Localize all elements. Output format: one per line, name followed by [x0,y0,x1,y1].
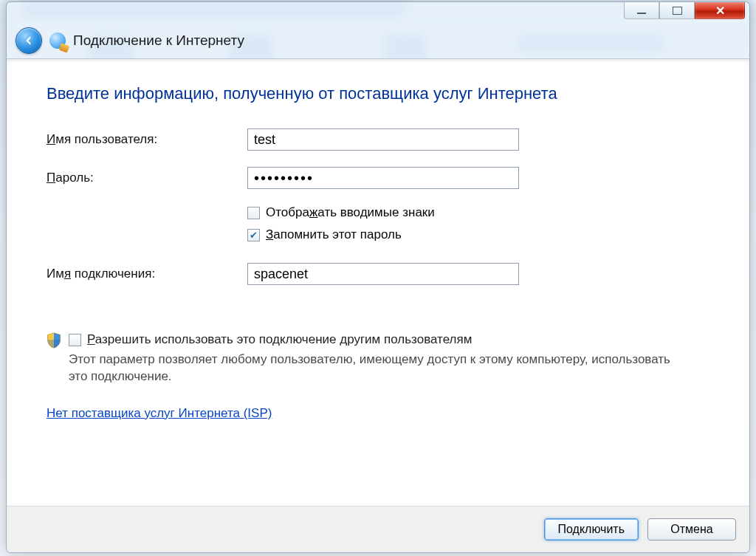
remember-password-checkbox[interactable] [247,229,260,241]
remember-password-label: Запомнить этот пароль [266,227,402,242]
cancel-button[interactable]: Отмена [647,518,736,540]
connection-name-row: Имя подключения: [47,263,709,285]
allow-other-users-checkbox[interactable] [69,334,81,346]
connection-name-input[interactable] [247,263,519,285]
show-characters-label: Отображать вводимые знаки [266,205,435,220]
username-input[interactable] [247,128,519,151]
wizard-window: ✕ Подключение к Интернету Введите информ… [6,1,750,553]
back-button[interactable] [16,27,42,54]
password-input[interactable] [247,167,519,189]
internet-connection-icon [49,32,66,49]
share-connection-block: Разрешить использовать это подключение д… [47,332,709,385]
password-label: Пароль: [47,171,247,185]
remember-password-row: Запомнить этот пароль [247,227,709,242]
allow-other-users-label: Разрешить использовать это подключение д… [87,332,472,347]
wizard-body: Введите информацию, полученную от постав… [7,58,749,506]
close-button[interactable]: ✕ [695,2,745,19]
wizard-title: Подключение к Интернету [73,32,244,49]
no-isp-link[interactable]: Нет поставщика услуг Интернета (ISP) [47,406,272,421]
username-row: Имя пользователя: [47,128,709,151]
wizard-header: Подключение к Интернету [7,23,749,58]
allow-other-users-description: Этот параметр позволяет любому пользоват… [69,351,674,385]
minimize-button[interactable] [624,2,659,19]
wizard-footer: Подключить Отмена [7,506,749,552]
show-characters-checkbox[interactable] [247,207,260,219]
show-characters-row: Отображать вводимые знаки [247,205,709,220]
back-arrow-icon [22,34,35,47]
page-heading: Введите информацию, полученную от постав… [47,84,709,103]
maximize-button[interactable] [659,2,695,19]
username-label: Имя пользователя: [47,132,247,147]
window-caption: ✕ [7,2,749,23]
connect-button[interactable]: Подключить [544,518,639,540]
uac-shield-icon [47,332,61,349]
password-row: Пароль: [47,167,709,189]
connection-name-label: Имя подключения: [47,267,247,281]
